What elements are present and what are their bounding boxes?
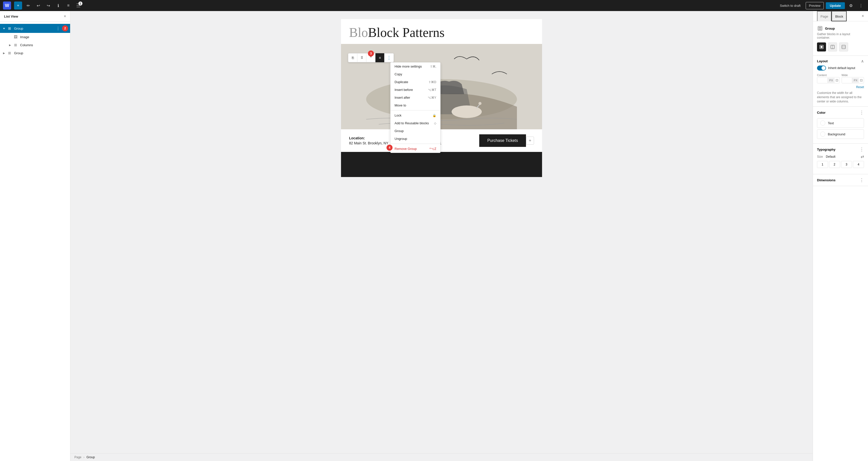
breadcrumb-page[interactable]: Page <box>74 456 82 459</box>
tab-page[interactable]: Page <box>817 11 832 21</box>
add-block-toolbar-btn[interactable]: + <box>14 1 22 9</box>
list-view-title: List View <box>4 14 18 18</box>
menu-insert-after[interactable]: Insert after ⌥⌘Y <box>391 94 440 101</box>
align-block-btn[interactable]: ≡ <box>375 53 384 62</box>
content-px-label: PX <box>828 78 835 83</box>
size-step-2[interactable]: 2 <box>829 161 840 168</box>
color-more-btn[interactable]: ⋮ <box>860 110 864 115</box>
menu-insert-after-shortcut: ⌥⌘Y <box>428 96 436 99</box>
breadcrumb: Page › Group <box>70 453 813 461</box>
undo-btn[interactable]: ↩ <box>34 1 42 9</box>
toggle-columns[interactable]: ▶ <box>8 43 12 47</box>
menu-ungroup-label: Ungroup <box>395 137 407 141</box>
content-footer: Location: 82 Main St. Brooklyn, NY Date:… <box>341 129 542 152</box>
wide-px-icon-btn[interactable]: ⊡ <box>859 77 864 83</box>
more-options-btn[interactable]: ⋮ <box>857 1 865 9</box>
background-color-label: Background <box>828 132 845 136</box>
item-label-image: Image <box>20 35 68 39</box>
list-view-close-btn[interactable]: × <box>64 14 66 19</box>
content-input[interactable] <box>817 77 828 83</box>
typography-header: Typography ⋮ <box>817 146 864 152</box>
more-block-btn[interactable]: ⋮ <box>384 53 394 62</box>
typography-subsection: Typography ⋮ Size Default ⇄ 1 2 3 4 <box>813 144 868 174</box>
menu-remove-group[interactable]: Remove Group ^⌥Z <box>391 145 440 153</box>
background-color-row[interactable]: Background <box>817 129 864 139</box>
menu-duplicate-label: Duplicate <box>395 80 408 84</box>
svg-rect-6 <box>820 27 821 28</box>
menu-hide-settings[interactable]: Hide more settings ⇧⌘, <box>391 63 440 70</box>
layout-collapse-btn[interactable]: ∧ <box>861 59 864 64</box>
dimensions-more-btn[interactable]: ⋮ <box>860 177 864 183</box>
tab-block[interactable]: Block <box>832 11 847 21</box>
text-color-row[interactable]: Text <box>817 118 864 128</box>
text-color-label: Text <box>828 121 834 125</box>
svg-rect-10 <box>820 46 823 48</box>
typography-more-btn[interactable]: ⋮ <box>860 146 864 152</box>
list-item-group[interactable]: ▼ ⊞ Group ⋮ 2 <box>0 24 70 33</box>
layout-opt-0[interactable] <box>817 42 826 52</box>
menu-lock[interactable]: Lock 🔒 <box>391 111 440 119</box>
wide-input[interactable] <box>842 77 852 83</box>
right-panel-close-btn[interactable]: × <box>862 14 864 18</box>
size-reset-btn[interactable]: ⇄ <box>861 154 864 159</box>
list-view-panel: List View × ▼ ⊞ Group ⋮ 2 ▶ 🖼 Image ▶ ⊞ <box>0 11 70 461</box>
item-label-columns: Columns <box>20 43 68 47</box>
update-btn[interactable]: Update <box>826 2 845 9</box>
top-bar: W + ✏ ↩ ↪ ℹ ≡ ☰ 1 Switch to draft Previe… <box>0 0 868 11</box>
group-more-btn[interactable]: ⋮ <box>55 26 61 31</box>
size-step-4[interactable]: 4 <box>853 161 864 168</box>
settings-btn[interactable]: ⚙ <box>847 1 855 9</box>
menu-insert-before-label: Insert before <box>395 88 413 92</box>
menu-move-to-label: Move to <box>395 103 406 107</box>
list-item-columns[interactable]: ▶ ⊞ Columns <box>0 41 70 49</box>
layout-header[interactable]: Layout ∧ <box>817 59 864 64</box>
breadcrumb-sep: › <box>84 456 85 459</box>
list-item-group2[interactable]: ▶ ⊞ Group <box>0 49 70 57</box>
preview-btn[interactable]: Preview <box>806 2 824 9</box>
layout-opt-1[interactable] <box>828 42 837 52</box>
svg-rect-5 <box>819 27 820 28</box>
menu-remove-group-label: Remove Group <box>395 147 417 151</box>
purchase-tickets-btn[interactable]: Purchase Tickets <box>479 134 526 147</box>
reset-btn[interactable]: Reset <box>856 86 864 89</box>
toggle-group[interactable]: ▼ <box>2 26 6 30</box>
badge-btn[interactable]: ☰ 1 <box>74 1 83 9</box>
breadcrumb-group[interactable]: Group <box>87 456 95 459</box>
block-type-desc: Gather blocks in a layout container. <box>817 32 864 39</box>
wide-input-group: Wide PX ⊡ <box>842 73 864 84</box>
layout-opt-2[interactable] <box>839 42 848 52</box>
svg-rect-4 <box>818 26 822 30</box>
switch-draft-btn[interactable]: Switch to draft <box>777 2 803 9</box>
menu-divider-1 <box>391 110 440 110</box>
content-px-icon-btn[interactable]: ⊡ <box>835 77 839 83</box>
menu-insert-before[interactable]: Insert before ⌥⌘T <box>391 86 440 94</box>
add-block-btn[interactable]: + <box>526 137 534 144</box>
color-title: Color <box>817 111 826 114</box>
list-view-header: List View × <box>0 11 70 22</box>
size-label: Size <box>817 155 823 159</box>
content-title: BloBlock Patterns <box>341 19 542 44</box>
toggle-group2[interactable]: ▶ <box>2 51 6 55</box>
menu-ungroup[interactable]: Ungroup <box>391 135 440 143</box>
inherit-layout-toggle[interactable] <box>817 66 826 71</box>
item-label-group2: Group <box>14 51 68 55</box>
list-view-btn[interactable]: ≡ <box>64 1 72 9</box>
copy-block-btn[interactable]: ⎘ <box>348 53 358 62</box>
menu-group-label: Group <box>395 129 404 133</box>
menu-remove-group-shortcut: ^⌥Z <box>430 147 436 151</box>
menu-duplicate[interactable]: Duplicate ⇧⌘D <box>391 78 440 86</box>
layout-subsection: Layout ∧ Inherit default layout Content … <box>813 56 868 107</box>
menu-duplicate-shortcut: ⇧⌘D <box>429 80 436 84</box>
menu-move-to[interactable]: Move to <box>391 101 440 109</box>
drag-block-btn[interactable]: ⠿ <box>358 53 366 62</box>
redo-btn[interactable]: ↪ <box>44 1 52 9</box>
menu-add-reusable[interactable]: Add to Reusable blocks ◇ <box>391 119 440 127</box>
size-step-3[interactable]: 3 <box>841 161 852 168</box>
edit-btn[interactable]: ✏ <box>24 1 32 9</box>
menu-group[interactable]: Group <box>391 127 440 135</box>
list-item-image[interactable]: ▶ 🖼 Image <box>0 33 70 41</box>
menu-copy[interactable]: Copy <box>391 70 440 78</box>
info-btn[interactable]: ℹ <box>54 1 62 9</box>
size-step-1[interactable]: 1 <box>817 161 828 168</box>
list-view-items: ▼ ⊞ Group ⋮ 2 ▶ 🖼 Image ▶ ⊞ Columns ▶ ⊞ <box>0 22 70 59</box>
